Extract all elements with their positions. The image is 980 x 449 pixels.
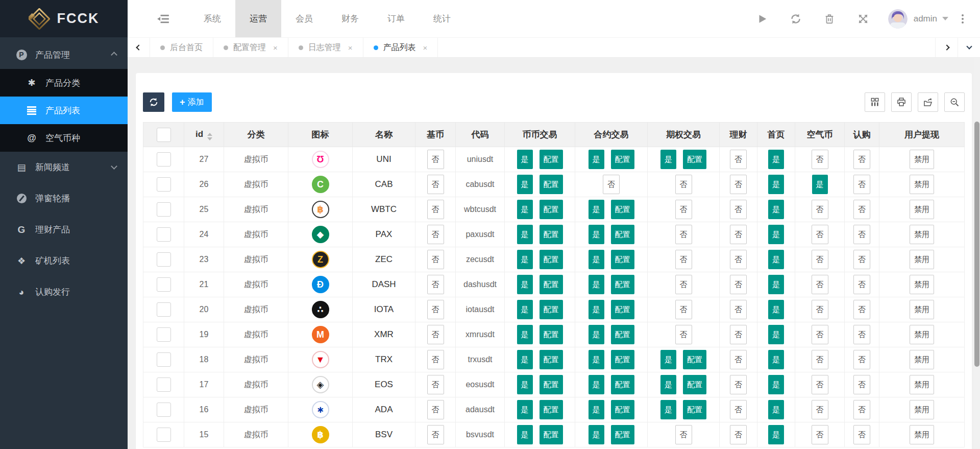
yes-badge[interactable]: 是 (768, 375, 784, 394)
yes-badge[interactable]: 是 (589, 200, 604, 219)
config-button[interactable]: 配置 (540, 225, 563, 244)
no-badge[interactable]: 否 (427, 425, 444, 444)
yes-badge[interactable]: 是 (517, 300, 533, 319)
config-button[interactable]: 配置 (540, 175, 563, 194)
sidebar-item-2[interactable]: 弹窗轮播 (0, 183, 128, 214)
row-checkbox[interactable] (157, 327, 171, 342)
config-button[interactable]: 配置 (540, 350, 563, 369)
yes-badge[interactable]: 是 (517, 150, 533, 169)
tab-0[interactable]: 后台首页 (150, 38, 213, 57)
no-badge[interactable]: 否 (853, 200, 870, 219)
config-button[interactable]: 配置 (540, 200, 563, 219)
config-button[interactable]: 配置 (611, 225, 634, 244)
yes-badge[interactable]: 是 (768, 275, 784, 294)
no-badge[interactable]: 否 (675, 175, 692, 194)
row-checkbox[interactable] (157, 377, 171, 392)
no-badge[interactable]: 否 (853, 175, 870, 194)
no-badge[interactable]: 否 (853, 325, 870, 344)
yes-badge[interactable]: 是 (517, 400, 533, 419)
config-button[interactable]: 配置 (611, 375, 634, 394)
no-badge[interactable]: 否 (427, 175, 444, 194)
config-button[interactable]: 配置 (683, 375, 706, 394)
add-button[interactable]: + 添加 (172, 92, 212, 112)
trash-icon[interactable] (823, 12, 836, 26)
yes-badge[interactable]: 是 (589, 350, 604, 369)
tab-close-icon[interactable]: × (273, 43, 278, 52)
no-badge[interactable]: 否 (853, 225, 870, 244)
no-badge[interactable]: 否 (730, 250, 747, 269)
refresh-icon[interactable] (789, 12, 802, 26)
yes-badge[interactable]: 是 (517, 375, 533, 394)
nav-item-1[interactable]: 运营 (235, 0, 281, 37)
no-badge[interactable]: 否 (427, 250, 444, 269)
no-badge[interactable]: 否 (853, 400, 870, 419)
no-badge[interactable]: 否 (812, 400, 828, 419)
nav-item-4[interactable]: 订单 (373, 0, 419, 37)
tab-1[interactable]: 配置管理× (213, 38, 288, 57)
yes-badge[interactable]: 是 (589, 300, 604, 319)
no-badge[interactable]: 否 (730, 375, 747, 394)
nav-item-3[interactable]: 财务 (327, 0, 373, 37)
page-scrollbar[interactable] (974, 58, 980, 449)
config-button[interactable]: 配置 (611, 150, 634, 169)
config-button[interactable]: 配置 (683, 400, 706, 419)
withdraw-disabled-button[interactable]: 禁用 (910, 425, 934, 444)
no-badge[interactable]: 否 (675, 425, 692, 444)
sort-icon[interactable] (207, 133, 212, 140)
config-button[interactable]: 配置 (540, 275, 563, 294)
no-badge[interactable]: 否 (427, 300, 444, 319)
yes-badge[interactable]: 是 (589, 150, 604, 169)
row-checkbox[interactable] (157, 152, 171, 167)
no-badge[interactable]: 否 (812, 275, 828, 294)
yes-badge[interactable]: 是 (589, 375, 604, 394)
config-button[interactable]: 配置 (683, 150, 706, 169)
search-icon[interactable] (944, 92, 965, 112)
no-badge[interactable]: 否 (853, 250, 870, 269)
row-checkbox[interactable] (157, 302, 171, 317)
yes-badge[interactable]: 是 (660, 375, 676, 394)
withdraw-disabled-button[interactable]: 禁用 (910, 300, 934, 319)
yes-badge[interactable]: 是 (768, 350, 784, 369)
avatar[interactable] (888, 9, 908, 29)
config-button[interactable]: 配置 (540, 425, 563, 444)
sidebar-subitem-0-0[interactable]: ✱产品分类 (0, 69, 128, 97)
select-all-checkbox[interactable] (157, 128, 171, 142)
tab-close-icon[interactable]: × (423, 43, 428, 52)
withdraw-disabled-button[interactable]: 禁用 (910, 325, 934, 344)
sidebar-item-3[interactable]: G理财产品 (0, 214, 128, 245)
nav-item-5[interactable]: 统计 (419, 0, 465, 37)
sidebar-item-1[interactable]: ▤新闻频道 (0, 152, 128, 183)
tab-3[interactable]: 产品列表× (363, 38, 438, 57)
sidebar-subitem-0-1[interactable]: 产品列表 (0, 97, 128, 124)
tab-2[interactable]: 日志管理× (288, 38, 363, 57)
no-badge[interactable]: 否 (675, 200, 692, 219)
user-name[interactable]: admin (914, 14, 937, 24)
yes-badge[interactable]: 是 (517, 225, 533, 244)
withdraw-disabled-button[interactable]: 禁用 (910, 175, 934, 194)
no-badge[interactable]: 否 (675, 325, 692, 344)
yes-badge[interactable]: 是 (812, 175, 828, 194)
sidebar-item-4[interactable]: ❖矿机列表 (0, 245, 128, 276)
no-badge[interactable]: 否 (812, 225, 828, 244)
no-badge[interactable]: 否 (730, 200, 747, 219)
yes-badge[interactable]: 是 (660, 150, 676, 169)
withdraw-disabled-button[interactable]: 禁用 (910, 350, 934, 369)
no-badge[interactable]: 否 (853, 350, 870, 369)
yes-badge[interactable]: 是 (517, 175, 533, 194)
print-icon[interactable] (891, 92, 912, 112)
yes-badge[interactable]: 是 (768, 200, 784, 219)
yes-badge[interactable]: 是 (517, 200, 533, 219)
no-badge[interactable]: 否 (853, 375, 870, 394)
config-button[interactable]: 配置 (611, 325, 634, 344)
columns-icon[interactable] (865, 92, 885, 112)
config-button[interactable]: 配置 (540, 375, 563, 394)
no-badge[interactable]: 否 (603, 175, 620, 194)
no-badge[interactable]: 否 (853, 425, 870, 444)
no-badge[interactable]: 否 (730, 175, 747, 194)
yes-badge[interactable]: 是 (768, 325, 784, 344)
no-badge[interactable]: 否 (853, 300, 870, 319)
no-badge[interactable]: 否 (675, 300, 692, 319)
scrollbar-thumb[interactable] (974, 122, 979, 367)
chevron-down-icon[interactable] (942, 17, 948, 23)
no-badge[interactable]: 否 (853, 150, 870, 169)
